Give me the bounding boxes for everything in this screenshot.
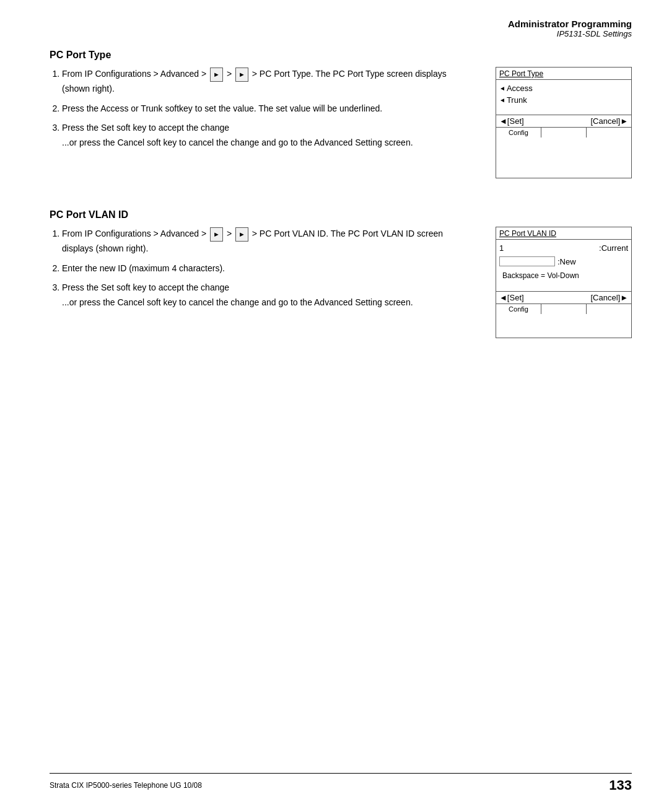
section2-step2: Enter the new ID (maximum 4 characters). — [62, 261, 471, 276]
trunk-label: Trunk — [507, 95, 527, 105]
screen1-row-access: ◄ Access — [499, 82, 628, 94]
screen2-row-new: :New — [499, 254, 628, 269]
step2v-text: Enter the new ID (maximum 4 characters). — [62, 263, 225, 273]
current-label: :Current — [599, 243, 628, 253]
phone-screen-1: PC Port Type ◄ Access ◄ Trunk ◄[Set] — [496, 67, 632, 178]
screen2-softkeys: Config — [496, 303, 631, 314]
step1v-text1: From IP Configurations > Advanced > — [62, 229, 209, 238]
arrow-icon-1: ► — [210, 68, 223, 82]
section2-steps: From IP Configurations > Advanced > ► > … — [62, 227, 471, 310]
screen2-body: 1 :Current :New Backspace = Vol-Down — [496, 240, 631, 285]
new-label: :New — [558, 257, 576, 266]
arrow-icon-2: ► — [235, 68, 248, 82]
section-pc-port-vlan-id: PC Port VLAN ID From IP Configurations >… — [50, 209, 632, 338]
arrow-icon-4: ► — [235, 227, 248, 242]
screen2-title: PC Port VLAN ID — [496, 227, 631, 240]
step2-text: Press the Access or Trunk softkey to set… — [62, 103, 382, 113]
header-title: Administrator Programming — [508, 19, 632, 29]
section2-step3: Press the Set soft key to accept the cha… — [62, 281, 471, 310]
triangle-trunk: ◄ — [499, 97, 505, 103]
triangle-access: ◄ — [499, 85, 505, 92]
screen1-row-trunk: ◄ Trunk — [499, 94, 628, 106]
footer-left: Strata CIX IP5000-series Telephone UG 10… — [50, 781, 202, 790]
footer: Strata CIX IP5000-series Telephone UG 10… — [50, 773, 632, 793]
header-subtitle: IP5131-SDL Settings — [508, 29, 632, 38]
section1-steps: From IP Configurations > Advanced > ► > … — [62, 67, 471, 151]
softkey2-3 — [587, 304, 631, 314]
step1v-between: > — [227, 229, 234, 238]
section2-title: PC Port VLAN ID — [50, 209, 632, 220]
header: Administrator Programming IP5131-SDL Set… — [508, 19, 632, 38]
section2-body: From IP Configurations > Advanced > ► > … — [50, 227, 632, 338]
section1-step1: From IP Configurations > Advanced > ► > … — [62, 67, 471, 97]
step1-text1: From IP Configurations > Advanced > — [62, 69, 209, 79]
phone-screen-2: PC Port VLAN ID 1 :Current :New Backspac… — [496, 227, 632, 338]
screen1-bottom: ◄[Set] [Cancel]► — [496, 115, 631, 127]
section-pc-port-type: PC Port Type From IP Configurations > Ad… — [50, 50, 632, 178]
screen1-set: ◄[Set] — [499, 116, 524, 126]
current-value: 1 — [499, 243, 504, 253]
section1-step3: Press the Set soft key to accept the cha… — [62, 121, 471, 151]
screen1-cancel: [Cancel]► — [590, 116, 628, 126]
softkey1-2 — [541, 128, 587, 138]
screen1-body: ◄ Access ◄ Trunk — [496, 80, 631, 108]
step1-between: > — [227, 69, 234, 79]
section1-instructions: From IP Configurations > Advanced > ► > … — [50, 67, 471, 155]
arrow-icon-3: ► — [210, 227, 223, 242]
section1-title: PC Port Type — [50, 50, 632, 61]
screen2-bottom: ◄[Set] [Cancel]► — [496, 291, 631, 303]
screen1-softkeys: Config — [496, 127, 631, 138]
new-value-input[interactable] — [499, 256, 555, 266]
section1-body: From IP Configurations > Advanced > ► > … — [50, 67, 632, 178]
screen2-cancel: [Cancel]► — [590, 293, 628, 302]
screen1-title: PC Port Type — [496, 68, 631, 80]
softkey1-3 — [587, 128, 631, 138]
softkey2-config: Config — [496, 304, 541, 314]
softkey1-config: Config — [496, 128, 541, 138]
section2-step1: From IP Configurations > Advanced > ► > … — [62, 227, 471, 256]
section2-instructions: From IP Configurations > Advanced > ► > … — [50, 227, 471, 315]
access-label: Access — [507, 84, 533, 93]
footer-right: 133 — [609, 777, 632, 793]
softkey2-2 — [541, 304, 587, 314]
step3-text: Press the Set soft key to accept the cha… — [62, 123, 413, 147]
backspace-note: Backspace = Vol-Down — [499, 269, 628, 282]
screen2-row-current: 1 :Current — [499, 242, 628, 254]
step3v-text: Press the Set soft key to accept the cha… — [62, 282, 413, 307]
main-content: PC Port Type From IP Configurations > Ad… — [50, 50, 632, 369]
page: Administrator Programming IP5131-SDL Set… — [0, 0, 669, 812]
section1-step2: Press the Access or Trunk softkey to set… — [62, 102, 471, 116]
screen2-set: ◄[Set] — [499, 293, 524, 302]
